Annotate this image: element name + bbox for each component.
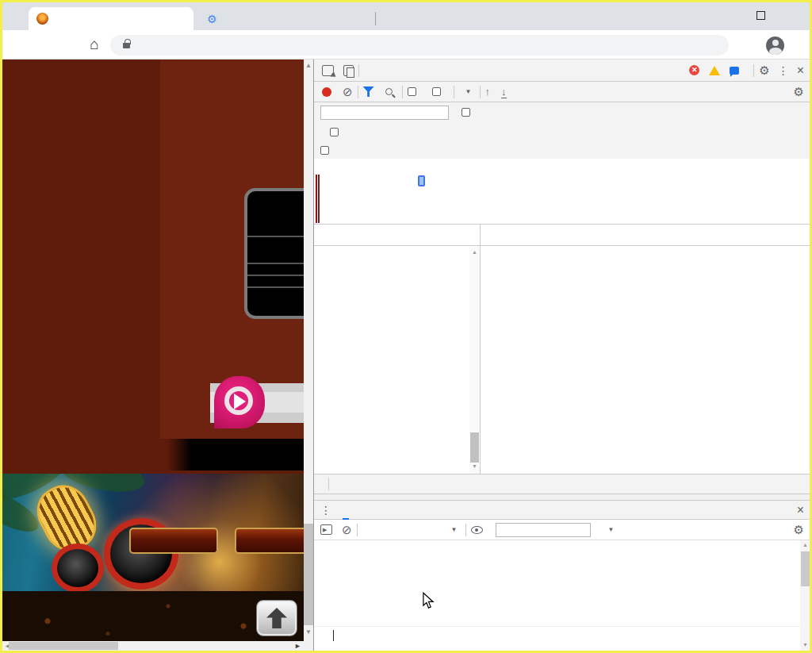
settings-favicon-gear-icon: ⚙ [207,13,217,25]
text-caret [333,630,334,641]
impressum-button[interactable] [129,528,218,554]
console-sidebar-icon[interactable]: ▶ [320,524,332,535]
radio-de-banner[interactable] [210,383,304,423]
dropdown-arrow-icon: ▼ [465,88,472,95]
console-toolbar: ▶ ⊘ ▼ ▼ ⚙ [314,520,810,540]
timeline-red-marker [316,175,317,223]
scroll-up-arrow-icon[interactable]: ▲ [304,62,313,69]
dropdown-arrow-icon: ▼ [608,526,615,533]
live-expression-eye-icon[interactable] [471,526,483,534]
logo-play-icon [234,394,246,409]
back-icon[interactable] [10,35,29,54]
bookmark-star-icon[interactable] [736,35,755,54]
browser-menu-kebab-icon[interactable] [792,35,811,54]
scroll-up-arrow-icon[interactable]: ▲ [800,542,810,547]
request-scroll-thumb[interactable] [470,432,479,463]
divider [402,86,403,98]
window-maximize-button[interactable] [744,2,779,28]
network-toolbar: ⊘ ▼ ↑ ↓ ⚙ [314,82,810,102]
inspect-element-icon[interactable] [322,65,334,76]
divider [358,64,359,77]
scroll-down-arrow-icon[interactable]: ▼ [469,463,480,469]
scroll-down-arrow-icon[interactable]: ▼ [304,628,313,636]
window-minimize-button[interactable] [700,2,735,28]
audio-player[interactable] [244,188,304,319]
drawer-splitter[interactable] [314,494,810,500]
devtools-menu-kebab-icon[interactable]: ⋮ [778,64,789,77]
vertical-scroll-thumb[interactable] [304,524,313,625]
devtools-close-icon[interactable]: × [797,63,804,78]
request-preview-pane [481,246,810,474]
home-icon[interactable]: ⌂ [85,35,104,54]
console-drawer-tab[interactable] [343,501,349,520]
scroll-to-top-button[interactable] [256,600,297,636]
player-row [247,276,304,288]
page-horizontal-scrollbar[interactable]: ◄ ► [2,641,304,651]
horizontal-scroll-thumb[interactable] [9,642,118,650]
has-blocked-cookies-checkbox[interactable] [330,128,339,136]
warning-badge-icon[interactable] [709,66,720,75]
drawer-close-icon[interactable]: × [797,503,804,517]
console-scroll-thumb[interactable] [801,551,810,586]
reload-icon[interactable] [61,35,80,54]
request-list-scrollbar[interactable]: ▲ ▼ [469,246,480,474]
search-icon[interactable] [385,88,393,95]
console-messages [314,540,810,644]
message-badge-icon[interactable] [730,67,739,75]
divider [357,524,358,536]
new-tab-button[interactable] [388,9,407,28]
clear-console-icon[interactable]: ⊘ [342,524,352,536]
browser-titlebar: ⚙ [2,2,810,30]
console-filter-input[interactable] [496,523,591,537]
import-har-icon[interactable]: ↑ [485,86,491,98]
blocked-requests-checkbox[interactable] [320,146,329,155]
preserve-log-checkbox[interactable] [408,87,416,96]
mouse-cursor [421,592,435,609]
window-close-button[interactable] [781,2,812,28]
scroll-down-arrow-icon[interactable]: ▼ [800,642,810,647]
network-summary-bar [314,474,810,494]
scroll-up-arrow-icon[interactable]: ▲ [469,249,480,255]
up-arrow-icon [266,608,287,628]
tab-settings[interactable]: ⚙ [199,7,375,30]
tab-utas-fanradio[interactable] [29,7,193,30]
export-har-icon[interactable]: ↓ [501,86,507,98]
timeline-selected-request-marker [418,175,425,186]
network-timeline-overview[interactable] [314,159,810,225]
record-network-log-icon[interactable] [322,87,331,97]
clear-network-log-icon[interactable]: ⊘ [343,86,353,98]
page-vertical-scrollbar[interactable]: ▲ ▼ [304,60,313,651]
devtools-settings-gear-icon[interactable]: ⚙ [759,63,769,78]
utas-favicon [36,13,48,25]
screenshot-stage: ⚙ ⌂ [0,0,812,653]
webpage-utas-fanradio: ◄ ► [2,60,304,651]
page-black-panel [167,439,304,471]
console-scrollbar[interactable]: ▲ ▼ [800,540,810,651]
profile-avatar[interactable] [766,36,784,55]
divider [358,86,358,98]
forward-icon[interactable] [36,35,55,54]
console-settings-gear-icon[interactable]: ⚙ [794,523,804,537]
device-toolbar-icon[interactable] [343,65,354,76]
disable-cache-checkbox[interactable] [432,87,441,96]
scroll-right-arrow-icon[interactable]: ► [294,641,301,651]
blocked-requests-row [314,142,810,159]
more-tabs-icon[interactable] [364,60,375,81]
devtools-panel: ✕ ⚙ ⋮ × ⊘ [313,60,810,651]
hide-data-urls-checkbox[interactable] [462,108,470,117]
footer-banner-image [2,474,304,591]
drawer-menu-kebab-icon[interactable]: ⋮ [320,504,331,517]
filter-funnel-icon[interactable] [363,86,374,97]
datenschutz-button[interactable] [235,528,304,554]
error-badge-icon[interactable]: ✕ [689,65,699,75]
network-settings-gear-icon[interactable]: ⚙ [794,85,804,99]
console-prompt[interactable] [314,626,800,644]
network-filter-input[interactable] [320,106,449,120]
request-name-column-header[interactable] [314,225,481,246]
lock-icon [123,43,130,48]
address-bar[interactable] [110,35,729,56]
request-detail-tabs [481,225,810,246]
page-footer [2,591,304,641]
browser-toolbar: ⌂ [2,30,810,60]
devtools-status-badges: ✕ ⚙ ⋮ × [689,63,810,78]
